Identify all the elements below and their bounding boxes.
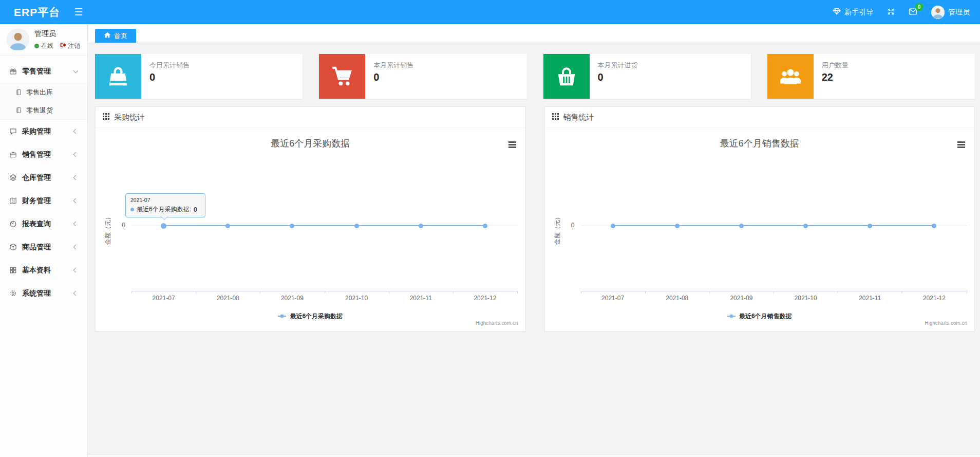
tooltip-series: 最近6个月采购数据: bbox=[137, 205, 191, 214]
sidebar-item-grid[interactable]: 基本资料 bbox=[0, 259, 87, 282]
data-point-marker[interactable] bbox=[290, 224, 294, 228]
chevron-left-icon bbox=[73, 175, 79, 180]
panel-purchase-stats: 采购统计 最近6个月采购数据金额（元）02021-072021-082021-0… bbox=[95, 106, 526, 332]
x-axis-label: 2021-11 bbox=[410, 295, 432, 302]
tooltip-category: 2021-07 bbox=[130, 197, 200, 203]
chart-title: 最近6个月销售数据 bbox=[545, 137, 975, 150]
x-axis-label: 2021-08 bbox=[666, 295, 688, 302]
sidebar-item-chat[interactable]: 采购管理 bbox=[0, 120, 87, 143]
stat-card: 今日累计销售0 bbox=[95, 54, 303, 99]
data-point-marker[interactable] bbox=[483, 224, 487, 228]
x-axis-tick bbox=[325, 291, 325, 294]
y-axis-title: 金额（元） bbox=[104, 214, 112, 245]
tooltip-value: 0 bbox=[194, 206, 197, 213]
sidebar-item-pie[interactable]: 报表查询 bbox=[0, 212, 87, 235]
online-status-dot bbox=[34, 44, 39, 48]
sidebar-item-box[interactable]: 商品管理 bbox=[0, 235, 87, 259]
x-axis-label: 2021-10 bbox=[795, 295, 817, 302]
y-axis-title: 金额（元） bbox=[553, 214, 561, 245]
sidebar-subitem[interactable]: 零售退货 bbox=[0, 101, 87, 119]
user-menu[interactable]: 管理员 bbox=[931, 6, 970, 19]
chart-menu-button[interactable] bbox=[957, 141, 965, 149]
chart-credits[interactable]: Highcharts.com.cn bbox=[925, 320, 967, 326]
chart-credits[interactable]: Highcharts.com.cn bbox=[476, 320, 518, 326]
data-point-marker[interactable] bbox=[161, 223, 166, 229]
user-panel: 管理员 在线 注销 bbox=[0, 24, 87, 56]
x-axis-label: 2021-12 bbox=[923, 295, 946, 302]
x-axis-label: 2021-11 bbox=[859, 295, 881, 302]
app-logo: ERP平台 bbox=[14, 5, 60, 20]
guide-button[interactable]: 新手引导 bbox=[833, 7, 873, 17]
logout-button[interactable]: 注销 bbox=[60, 42, 80, 50]
x-axis-tick bbox=[131, 291, 132, 294]
grid-icon bbox=[9, 266, 17, 274]
fullscreen-icon bbox=[887, 8, 895, 17]
chart-menu-button[interactable] bbox=[508, 141, 516, 149]
x-axis-tick bbox=[838, 291, 838, 294]
sidebar-item-gift[interactable]: 零售管理 bbox=[0, 60, 87, 83]
data-point-marker[interactable] bbox=[803, 224, 808, 228]
data-point-marker[interactable] bbox=[419, 224, 423, 228]
stat-card: 本月累计进货0 bbox=[543, 54, 751, 99]
panel-header: 销售统计 bbox=[545, 107, 975, 128]
y-axis-tick: 0 bbox=[96, 222, 125, 229]
data-point-marker[interactable] bbox=[868, 224, 872, 228]
breadcrumb: 首页 bbox=[88, 24, 980, 43]
panel-title: 销售统计 bbox=[563, 113, 594, 122]
sidebar-item-book[interactable]: 财务管理 bbox=[0, 189, 87, 212]
home-icon bbox=[104, 31, 111, 40]
chart-legend: 最近6个月销售数据 bbox=[545, 309, 975, 321]
sidebar-toggle-icon[interactable]: ☰ bbox=[74, 7, 83, 17]
top-navbar: ERP平台 ☰ 新手引导 0 管理员 bbox=[0, 0, 980, 24]
data-point-marker[interactable] bbox=[932, 224, 936, 228]
x-axis-label: 2021-09 bbox=[730, 295, 752, 302]
legend-item[interactable]: 最近6个月采购数据 bbox=[278, 312, 343, 321]
x-axis-label: 2021-10 bbox=[345, 295, 368, 302]
chart-title: 最近6个月采购数据 bbox=[96, 137, 525, 150]
stat-title: 本月累计进货 bbox=[598, 61, 638, 70]
users-icon bbox=[767, 54, 814, 99]
chevron-left-icon bbox=[73, 268, 79, 273]
avatar bbox=[7, 28, 29, 51]
layers-icon bbox=[9, 174, 17, 181]
series-line bbox=[613, 225, 934, 226]
sidebar: 管理员 在线 注销 零售管理零售出库零售退货采购管理销售管理仓库管理财务管理报表… bbox=[0, 24, 88, 457]
doc-icon bbox=[15, 89, 22, 96]
y-axis-tick: 0 bbox=[545, 222, 575, 229]
messages-button[interactable]: 0 bbox=[909, 7, 917, 17]
sidebar-item-gear[interactable]: 系统管理 bbox=[0, 282, 87, 305]
chevron-left-icon bbox=[73, 222, 79, 227]
stat-value: 0 bbox=[149, 71, 190, 83]
legend-item[interactable]: 最近6个月销售数据 bbox=[727, 312, 792, 321]
chevron-left-icon bbox=[73, 198, 79, 204]
sidebar-item-briefcase[interactable]: 销售管理 bbox=[0, 143, 87, 166]
box-icon bbox=[9, 243, 17, 251]
x-axis-tick bbox=[967, 291, 967, 294]
data-point-marker[interactable] bbox=[675, 224, 680, 228]
chart-legend: 最近6个月采购数据 bbox=[96, 309, 525, 321]
x-axis-tick bbox=[389, 291, 389, 294]
fullscreen-button[interactable] bbox=[887, 8, 895, 17]
grid-dots-icon bbox=[552, 113, 559, 122]
chevron-left-icon bbox=[73, 291, 79, 296]
sidebar-item-layers[interactable]: 仓库管理 bbox=[0, 166, 87, 189]
stat-value: 0 bbox=[598, 71, 638, 83]
logout-icon bbox=[60, 42, 66, 50]
chart-panels-row: 采购统计 最近6个月采购数据金额（元）02021-072021-082021-0… bbox=[88, 99, 980, 332]
tab-home[interactable]: 首页 bbox=[95, 29, 136, 43]
stat-cards-row: 今日累计销售0本月累计销售0本月累计进货0用户数量22 bbox=[88, 43, 980, 99]
x-axis-tick bbox=[196, 291, 196, 294]
x-axis-tick bbox=[902, 291, 902, 294]
doc-icon bbox=[15, 107, 22, 114]
panel-header: 采购统计 bbox=[96, 107, 525, 128]
data-point-marker[interactable] bbox=[739, 224, 744, 228]
data-point-marker[interactable] bbox=[354, 224, 359, 228]
gift-icon bbox=[9, 67, 17, 75]
x-axis-tick bbox=[645, 291, 646, 294]
cart-icon bbox=[319, 54, 365, 99]
data-point-marker[interactable] bbox=[611, 224, 615, 228]
data-point-marker[interactable] bbox=[225, 224, 230, 228]
sidebar-subitem[interactable]: 零售出库 bbox=[0, 83, 87, 101]
bag-icon bbox=[95, 54, 141, 99]
chart-tooltip: 2021-07最近6个月采购数据: 0 bbox=[125, 193, 205, 217]
